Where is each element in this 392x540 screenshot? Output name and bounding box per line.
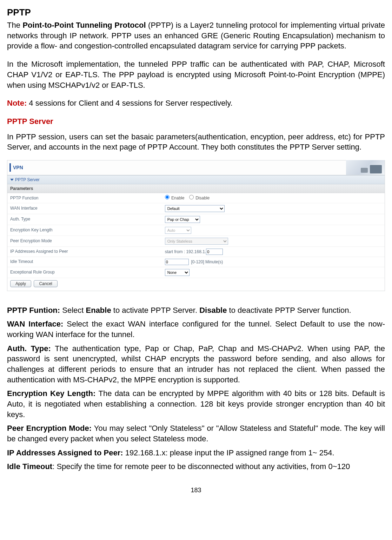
select-wan-interface[interactable]: Default bbox=[165, 205, 225, 212]
desc-b1: Enable bbox=[86, 306, 111, 315]
desc-enc-key-len-label: Encryption Key Length: bbox=[7, 389, 99, 398]
label-exc-rule: Exceptional Rule Group bbox=[7, 267, 162, 278]
row-enc-key-len: Encryption Key Length Auto bbox=[7, 225, 385, 236]
label-peer-enc-mode: Peer Encryption Mode bbox=[7, 236, 162, 246]
input-idle-timeout[interactable] bbox=[165, 259, 189, 265]
radio-enable-text: Enable bbox=[171, 196, 184, 200]
vpn-title: VPN bbox=[13, 164, 23, 171]
radio-enable[interactable] bbox=[165, 195, 170, 199]
desc-enc-key-len: Encryption Key Length: The data can be e… bbox=[7, 388, 385, 420]
desc-idle-timeout-text: : Specify the time for remote peer to be… bbox=[52, 462, 350, 471]
value-pptp-function: Enable Disable bbox=[162, 193, 385, 203]
select-enc-key-len[interactable]: Auto bbox=[165, 227, 191, 234]
note-text: 4 sessions for Client and 4 sessions for… bbox=[27, 99, 233, 107]
pptp-server-section-bar[interactable]: PPTP Server bbox=[7, 175, 385, 184]
parameters-table: PPTP Function Enable Disable WAN Interfa… bbox=[7, 193, 385, 278]
desc-wan-interface-label: WAN Interface: bbox=[7, 320, 67, 328]
page-number: 183 bbox=[7, 486, 385, 494]
section-bar-title: PPTP Server bbox=[15, 177, 40, 183]
desc-pptp-function-label: PPTP Funtion: bbox=[7, 306, 62, 315]
row-ip-assigned: IP Addresses Assigned to Peer start from… bbox=[7, 246, 385, 257]
cancel-button[interactable]: Cancel bbox=[34, 280, 57, 287]
radio-disable-label[interactable]: Disable bbox=[189, 196, 210, 200]
pptp-server-desc: In PPTP session, users can set the basai… bbox=[7, 132, 385, 152]
label-auth-type: Auth. Type bbox=[7, 214, 162, 225]
input-ip-last-octet[interactable] bbox=[206, 249, 223, 255]
config-screenshot: VPN PPTP Server Parameters PPTP Function… bbox=[7, 160, 385, 291]
vpn-header-left: VPN bbox=[7, 163, 23, 172]
radio-disable-text: Disable bbox=[195, 196, 210, 200]
row-auth-type: Auth. Type Pap or Chap bbox=[7, 214, 385, 225]
label-enc-key-len: Encryption Key Length bbox=[7, 225, 162, 236]
desc-pptp-function: PPTP Funtion: Select Enable to activate … bbox=[7, 305, 385, 316]
parameters-bar: Parameters bbox=[7, 184, 385, 193]
pptp-server-heading: PPTP Server bbox=[7, 116, 385, 127]
page-title: PPTP bbox=[7, 6, 385, 19]
desc-wan-interface: WAN Interface: Select the exact WAN inte… bbox=[7, 319, 385, 340]
ip-prefix: start from : 192.168.1. bbox=[165, 249, 206, 254]
label-idle-timeout: Idle Timeout bbox=[7, 257, 162, 267]
button-row: Apply Cancel bbox=[7, 278, 385, 291]
select-auth-type[interactable]: Pap or Chap bbox=[165, 216, 200, 223]
label-pptp-function: PPTP Function bbox=[7, 193, 162, 203]
desc-auth-type: Auth. Type: The authentication type, Pap… bbox=[7, 343, 385, 385]
desc-t3: to deactivate PPTP Server function. bbox=[227, 306, 351, 315]
desc-ip-assigned: IP Addresses Assigned to Peer: 192.168.1… bbox=[7, 448, 385, 458]
row-pptp-function: PPTP Function Enable Disable bbox=[7, 193, 385, 203]
select-exc-rule[interactable]: None bbox=[165, 269, 190, 276]
intro-paragraph-2: In the Microsoft implementation, the tun… bbox=[7, 59, 385, 90]
desc-auth-type-text: The authentication type, Pap or Chap, Pa… bbox=[7, 344, 385, 384]
intro-paragraph-1: The Point-to-Point Tunneling Protocol (P… bbox=[7, 20, 385, 51]
row-idle-timeout: Idle Timeout [0-120] Minute(s) bbox=[7, 257, 385, 267]
apply-button[interactable]: Apply bbox=[10, 280, 31, 287]
chevron-down-icon bbox=[10, 179, 14, 181]
radio-disable[interactable] bbox=[189, 195, 194, 199]
intro-bold-term: Point-to-Point Tunneling Protocol bbox=[22, 21, 146, 29]
desc-b2: Disable bbox=[199, 306, 227, 315]
vpn-header: VPN bbox=[7, 160, 385, 175]
label-wan-interface: WAN Interface bbox=[7, 203, 162, 214]
desc-ip-assigned-text: 192.168.1.x: please input the IP assigne… bbox=[125, 448, 334, 457]
select-peer-enc-mode[interactable]: Only Stateless bbox=[165, 238, 228, 245]
vpn-header-image bbox=[346, 160, 385, 175]
desc-t2: to activate PPTP Server. bbox=[111, 306, 200, 315]
radio-enable-label[interactable]: Enable bbox=[165, 196, 185, 200]
desc-idle-timeout: Idle Timeout: Specify the time for remot… bbox=[7, 461, 385, 472]
desc-ip-assigned-label: IP Addresses Assigned to Peer: bbox=[7, 448, 125, 457]
note-label: Note: bbox=[7, 99, 27, 107]
desc-auth-type-label: Auth. Type: bbox=[7, 344, 55, 353]
row-peer-enc-mode: Peer Encryption Mode Only Stateless bbox=[7, 236, 385, 246]
row-exc-rule: Exceptional Rule Group None bbox=[7, 267, 385, 278]
desc-t1: Select bbox=[62, 306, 86, 315]
row-wan-interface: WAN Interface Default bbox=[7, 203, 385, 214]
desc-peer-enc-mode: Peer Encryption Mode: You may select "On… bbox=[7, 423, 385, 444]
label-ip-assigned: IP Addresses Assigned to Peer bbox=[7, 246, 162, 257]
intro-text-before: The bbox=[7, 21, 22, 29]
note-line: Note: 4 sessions for Client and 4 sessio… bbox=[7, 98, 385, 108]
desc-peer-enc-mode-label: Peer Encryption Mode: bbox=[7, 424, 94, 433]
idle-timeout-suffix: [0-120] Minute(s) bbox=[191, 259, 223, 264]
desc-idle-timeout-label: Idle Timeout bbox=[7, 462, 52, 471]
vpn-accent-bar bbox=[9, 163, 11, 172]
